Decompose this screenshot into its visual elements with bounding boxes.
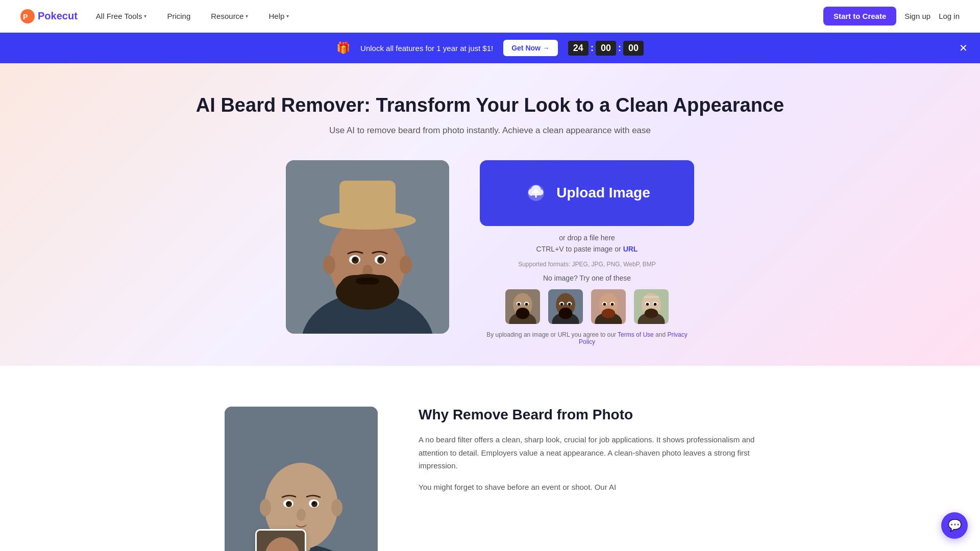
svg-point-47 xyxy=(611,303,614,306)
svg-point-14 xyxy=(379,258,382,261)
upload-sub-text: or drop a file here CTRL+V to paste imag… xyxy=(536,232,638,255)
hero-title: AI Beard Remover: Transform Your Look to… xyxy=(20,94,960,117)
countdown-timer: 24 : 00 : 00 xyxy=(568,41,644,56)
before-face-thumb-svg xyxy=(257,531,306,551)
help-chevron-icon: ▾ xyxy=(286,13,289,19)
svg-rect-56 xyxy=(644,296,659,298)
countdown-seconds: 00 xyxy=(623,41,644,56)
lower-text: Why Remove Beard from Photo A no beard f… xyxy=(419,407,755,502)
logo[interactable]: P Pokecut xyxy=(20,9,78,23)
lower-title: Why Remove Beard from Photo xyxy=(419,407,755,423)
sample-images-row xyxy=(480,288,694,325)
countdown-colon-2: : xyxy=(618,43,621,54)
svg-point-70 xyxy=(331,499,342,516)
svg-point-31 xyxy=(525,303,528,306)
banner-close-button[interactable]: ✕ xyxy=(959,42,968,54)
gift-icon: 🎁 xyxy=(336,41,350,55)
terms-of-use-link[interactable]: Terms of Use xyxy=(618,331,654,338)
svg-point-30 xyxy=(518,303,521,306)
sample-image-4[interactable] xyxy=(633,288,670,325)
resource-chevron-icon: ▾ xyxy=(246,13,248,19)
nav-resource[interactable]: Resource ▾ xyxy=(209,8,250,24)
get-now-button[interactable]: Get Now → xyxy=(503,40,558,56)
countdown-colon-1: : xyxy=(591,43,594,54)
banner-text: Unlock all features for 1 year at just $… xyxy=(360,44,493,53)
svg-point-38 xyxy=(560,303,564,306)
beard-man-image xyxy=(286,160,449,334)
nav-help[interactable]: Help ▾ xyxy=(266,8,291,24)
svg-point-46 xyxy=(603,303,606,306)
sign-up-button[interactable]: Sign up xyxy=(904,12,930,20)
drop-text: or drop a file here xyxy=(536,232,638,243)
countdown-minutes: 00 xyxy=(596,41,616,56)
nav-pricing[interactable]: Pricing xyxy=(165,8,192,24)
svg-point-67 xyxy=(312,502,315,505)
legal-text: By uploading an image or URL you agree t… xyxy=(480,331,694,345)
lower-image-wrap xyxy=(225,407,388,551)
logo-text: Pokecut xyxy=(38,10,78,22)
svg-point-39 xyxy=(568,303,571,306)
nav-all-free-tools[interactable]: All Free Tools ▾ xyxy=(94,8,149,24)
hero-section: AI Beard Remover: Transform Your Look to… xyxy=(0,63,980,366)
supported-formats: Supported formats: JPEG, JPG, PNG, WebP,… xyxy=(518,261,656,268)
svg-point-69 xyxy=(260,499,271,516)
svg-rect-8 xyxy=(339,181,396,222)
sample-image-2[interactable] xyxy=(547,288,584,325)
cloud-upload-svg xyxy=(524,179,548,203)
paste-text: CTRL+V to paste image or URL xyxy=(536,243,638,255)
promo-banner: 🎁 Unlock all features for 1 year at just… xyxy=(0,33,980,63)
navbar-left: P Pokecut All Free Tools ▾ Pricing Resou… xyxy=(20,8,291,24)
all-free-tools-chevron-icon: ▾ xyxy=(144,13,146,19)
svg-point-66 xyxy=(287,502,290,505)
hero-subtitle: Use AI to remove beard from photo instan… xyxy=(20,126,960,136)
countdown-hours: 24 xyxy=(568,41,589,56)
svg-point-55 xyxy=(654,303,657,306)
lower-wrapper: Why Remove Beard from Photo A no beard f… xyxy=(0,366,980,551)
upload-area: Upload Image or drop a file here CTRL+V … xyxy=(480,160,694,346)
log-in-button[interactable]: Log in xyxy=(939,12,960,20)
nav-pricing-label: Pricing xyxy=(167,12,190,20)
svg-point-13 xyxy=(353,258,356,261)
nav-help-label: Help xyxy=(268,12,284,20)
sample-image-1[interactable] xyxy=(504,288,541,325)
lower-section: Why Remove Beard from Photo A no beard f… xyxy=(184,376,796,551)
sample-section: No image? Try one of these xyxy=(480,274,694,325)
sample-label: No image? Try one of these xyxy=(480,274,694,282)
lower-para-1: A no beard filter offers a clean, sharp … xyxy=(419,433,755,472)
navbar-right: Start to Create Sign up Log in xyxy=(823,7,960,26)
nav-resource-label: Resource xyxy=(211,12,243,20)
navbar: P Pokecut All Free Tools ▾ Pricing Resou… xyxy=(0,0,980,33)
logo-highlight: P xyxy=(38,10,44,21)
logo-icon: P xyxy=(20,9,35,23)
start-to-create-button[interactable]: Start to Create xyxy=(823,7,896,26)
hero-example-image xyxy=(286,160,449,334)
main-content: Upload Image or drop a file here CTRL+V … xyxy=(184,160,796,346)
url-link[interactable]: URL xyxy=(623,245,638,253)
svg-point-43 xyxy=(602,309,615,318)
chat-icon: 💬 xyxy=(948,519,962,532)
upload-cloud-icon xyxy=(524,179,548,208)
chat-button[interactable]: 💬 xyxy=(941,512,968,539)
upload-image-label: Upload Image xyxy=(556,185,650,201)
svg-point-51 xyxy=(645,309,658,318)
svg-point-22 xyxy=(400,256,412,274)
svg-point-68 xyxy=(297,509,306,521)
upload-image-button[interactable]: Upload Image xyxy=(480,160,694,226)
svg-point-21 xyxy=(323,256,335,274)
nav-all-free-tools-label: All Free Tools xyxy=(96,12,142,20)
svg-point-54 xyxy=(646,303,649,306)
lower-para-2: You might forget to shave before an even… xyxy=(419,481,755,494)
svg-point-27 xyxy=(516,308,529,319)
sample-image-3[interactable] xyxy=(590,288,627,325)
svg-point-35 xyxy=(559,308,572,319)
svg-point-20 xyxy=(364,278,379,285)
svg-text:P: P xyxy=(23,13,28,21)
before-image-thumb xyxy=(255,529,306,551)
